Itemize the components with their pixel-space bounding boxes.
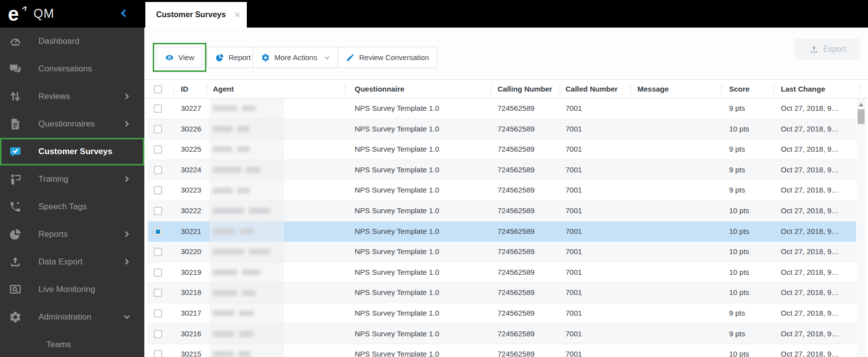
view-button[interactable]: View	[157, 47, 202, 68]
column-header-called-number[interactable]: Called Number	[566, 80, 618, 98]
brand-logo-arrow: >	[20, 4, 30, 13]
table-row[interactable]: 30216 NPS Survey Template 1.0 724562589 …	[148, 324, 856, 345]
scroll-up-arrow-icon[interactable]	[859, 103, 864, 106]
row-checkbox[interactable]	[154, 104, 162, 113]
vertical-scrollbar[interactable]	[857, 98, 866, 357]
review-conversation-button[interactable]: Review Conversation	[337, 47, 437, 68]
row-checkbox[interactable]	[154, 350, 162, 357]
column-header-questionnaire[interactable]: Questionnaire	[355, 80, 404, 98]
column-header-calling-number[interactable]: Calling Number	[498, 80, 552, 98]
sidebar-item-customer-surveys[interactable]: Customer Surveys	[0, 138, 144, 165]
cell-score: 10 pts	[729, 242, 749, 262]
row-checkbox[interactable]	[154, 248, 162, 256]
cell-agent-redacted	[213, 262, 261, 283]
sidebar-item-label: Training	[38, 174, 68, 184]
pie-chart-icon	[215, 53, 224, 62]
row-checkbox[interactable]	[154, 145, 162, 154]
sidebar-item-speech-tags[interactable]: Speech Tags	[0, 193, 144, 221]
sidebar-item-label: Teams	[46, 340, 71, 350]
cell-agent-redacted	[213, 139, 250, 160]
chevron-right-icon	[123, 93, 131, 100]
table-row[interactable]: 30224 NPS Survey Template 1.0 724562589 …	[148, 160, 856, 181]
sidebar-item-label: Data Export	[38, 257, 83, 267]
sidebar-item-training[interactable]: Training	[0, 165, 144, 193]
row-checkbox[interactable]	[154, 125, 162, 133]
row-checkbox[interactable]	[154, 186, 162, 195]
sidebar-item-reviews[interactable]: Reviews	[0, 83, 144, 110]
cell-called-number: 7001	[566, 344, 582, 357]
table-row[interactable]: 30217 NPS Survey Template 1.0 724562589 …	[148, 303, 856, 324]
sidebar-item-teams[interactable]: Teams	[0, 331, 144, 357]
sidebar-item-data-export[interactable]: Data Export	[0, 248, 144, 276]
column-header-score[interactable]: Score	[729, 80, 750, 98]
export-button[interactable]: Export	[795, 38, 860, 60]
pencil-icon	[346, 53, 355, 62]
row-checkbox[interactable]	[154, 227, 162, 236]
table-row[interactable]: 30226 NPS Survey Template 1.0 724562589 …	[148, 119, 856, 140]
row-checkbox[interactable]	[154, 330, 162, 338]
sidebar-item-dashboard[interactable]: Dashboard	[0, 28, 144, 55]
sidebar-item-label: Speech Tags	[38, 202, 87, 212]
table-row[interactable]: 30220 NPS Survey Template 1.0 724562589 …	[148, 242, 856, 262]
cell-calling-number: 724562589	[498, 119, 534, 139]
select-all-checkbox[interactable]	[154, 85, 162, 94]
cell-called-number: 7001	[566, 262, 582, 283]
sidebar-item-administration[interactable]: Administration	[0, 303, 144, 331]
column-divider	[345, 84, 345, 95]
cell-id: 30217	[181, 303, 201, 324]
cell-score: 10 pts	[729, 222, 749, 242]
cell-agent-redacted	[213, 119, 250, 139]
cell-calling-number: 724562589	[498, 242, 534, 262]
tab-close-icon[interactable]: ✕	[234, 10, 241, 20]
cell-questionnaire: NPS Survey Template 1.0	[355, 262, 439, 283]
sidebar-collapse-icon[interactable]	[119, 8, 129, 18]
row-checkbox[interactable]	[154, 289, 162, 297]
tab-customer-surveys[interactable]: Customer Surveys ✕	[145, 2, 247, 28]
cell-called-number: 7001	[566, 283, 582, 303]
column-header-agent[interactable]: Agent	[213, 80, 234, 98]
sidebar-item-live-monitoring[interactable]: Live Monitoring	[0, 276, 144, 303]
scrollbar-thumb[interactable]	[858, 109, 865, 124]
cell-calling-number: 724562589	[498, 303, 534, 324]
cell-id: 30224	[181, 160, 201, 180]
cell-id: 30226	[181, 119, 201, 139]
cell-calling-number: 724562589	[498, 160, 534, 180]
sidebar-item-label: Reviews	[38, 92, 70, 101]
cell-id: 30218	[181, 283, 201, 303]
sidebar-item-label: Questionnaires	[38, 119, 95, 129]
table-row[interactable]: 30215 NPS Survey Template 1.0 724562589 …	[148, 344, 856, 357]
report-button[interactable]: Report	[207, 47, 259, 68]
sidebar-item-label: Dashboard	[38, 36, 79, 46]
table-row[interactable]: 30227 NPS Survey Template 1.0 724562589 …	[148, 98, 856, 119]
table-row[interactable]: 30219 NPS Survey Template 1.0 724562589 …	[148, 262, 856, 283]
report-button-label: Report	[229, 53, 251, 62]
sidebar-item-reports[interactable]: Reports	[0, 221, 144, 248]
table-row[interactable]: 30223 NPS Survey Template 1.0 724562589 …	[148, 180, 856, 201]
sidebar-item-label: Administration	[38, 312, 92, 322]
row-checkbox[interactable]	[154, 268, 162, 277]
table-row[interactable]: 30225 NPS Survey Template 1.0 724562589 …	[148, 139, 856, 160]
table-row[interactable]: 30218 NPS Survey Template 1.0 724562589 …	[148, 283, 856, 303]
table-row[interactable]: 30221 NPS Survey Template 1.0 724562589 …	[148, 222, 856, 242]
cell-last-change: Oct 27, 2018, 9…	[781, 324, 839, 344]
sidebar-item-conversations[interactable]: Conversations	[0, 55, 144, 83]
cell-id: 30216	[181, 324, 201, 344]
tab-title: Customer Surveys	[156, 10, 226, 19]
cell-id: 30225	[181, 139, 201, 160]
sidebar-item-label: Live Monitoring	[38, 285, 95, 294]
column-header-message[interactable]: Message	[637, 80, 668, 98]
more-actions-button[interactable]: More Actions	[253, 47, 339, 68]
row-checkbox[interactable]	[154, 309, 162, 318]
row-checkbox[interactable]	[154, 207, 162, 215]
column-divider	[491, 84, 491, 95]
checkbox-checked-mark	[156, 229, 160, 234]
cell-score: 9 pts	[729, 139, 745, 160]
row-checkbox[interactable]	[154, 166, 162, 174]
column-header-last-change[interactable]: Last Change	[781, 80, 825, 98]
sidebar-item-questionnaires[interactable]: Questionnaires	[0, 110, 144, 138]
column-header-id[interactable]: ID	[181, 80, 188, 98]
eye-icon	[165, 53, 174, 62]
chevron-right-icon	[123, 258, 131, 266]
cell-last-change: Oct 27, 2018, 9…	[781, 262, 839, 283]
table-row[interactable]: 30222 NPS Survey Template 1.0 724562589 …	[148, 201, 856, 222]
